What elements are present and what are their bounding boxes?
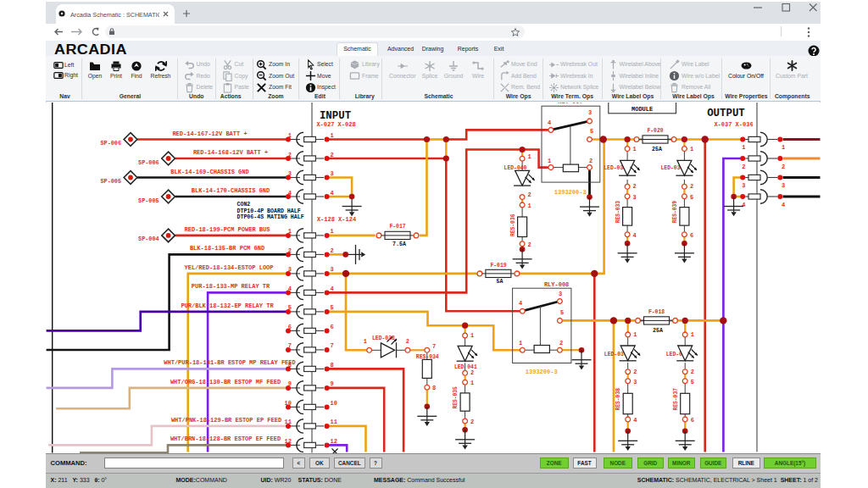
svg-text:RED-14-168-12V BATT +: RED-14-168-12V BATT +: [193, 149, 268, 156]
svg-text:11: 11: [331, 419, 337, 425]
svg-text:3: 3: [288, 170, 292, 177]
svg-text:RED-14-167-12V BATT +: RED-14-167-12V BATT +: [172, 130, 247, 137]
svg-text:2: 2: [528, 191, 531, 198]
svg-text:6: 6: [331, 324, 334, 330]
svg-text:2: 2: [690, 183, 693, 190]
svg-text:4: 4: [288, 190, 292, 197]
svg-text:5: 5: [691, 379, 694, 385]
svg-text:1: 1: [288, 228, 292, 235]
svg-text:RED-18-199-PCM POWER BUS: RED-18-199-PCM POWER BUS: [185, 226, 270, 233]
svg-text:WHT/BRN-18-128-BR ESTOP EF FEE: WHT/BRN-18-128-BR ESTOP EF FEED: [170, 435, 281, 442]
svg-text:7: 7: [288, 342, 292, 349]
svg-text:2: 2: [559, 340, 563, 347]
svg-text:2: 2: [331, 152, 334, 158]
svg-text:SP-005: SP-005: [138, 197, 159, 204]
svg-text:7: 7: [432, 343, 436, 350]
svg-text:25A: 25A: [652, 147, 662, 152]
svg-text:F-019: F-019: [490, 263, 506, 269]
svg-text:F-017: F-017: [389, 224, 405, 230]
svg-text:8: 8: [288, 362, 292, 369]
svg-text:6: 6: [691, 417, 694, 424]
svg-text:1: 1: [633, 331, 637, 338]
svg-text:1: 1: [364, 338, 367, 345]
svg-text:1: 1: [528, 202, 531, 209]
svg-text:RES-034: RES-034: [416, 354, 439, 360]
svg-text:1: 1: [528, 153, 531, 160]
svg-text:MODULE: MODULE: [632, 106, 653, 113]
svg-text:9: 9: [288, 380, 292, 387]
svg-text:BLK-18-135-BR PCM GND: BLK-18-135-BR PCM GND: [190, 245, 264, 252]
svg-text:RES-036: RES-036: [510, 214, 516, 236]
svg-text:CON2: CON2: [237, 202, 251, 208]
svg-text:4: 4: [331, 286, 334, 292]
svg-text:2: 2: [470, 419, 474, 425]
svg-text:RLY-007: RLY-007: [558, 103, 582, 105]
svg-text:1: 1: [742, 144, 745, 151]
svg-text:4: 4: [782, 202, 785, 208]
svg-text:5: 5: [690, 194, 693, 201]
svg-text:INPUT: INPUT: [320, 110, 352, 122]
svg-text:1: 1: [691, 331, 694, 338]
svg-text:RES-039: RES-039: [672, 201, 678, 224]
svg-text:10: 10: [285, 400, 292, 407]
svg-text:2: 2: [331, 247, 334, 254]
svg-text:RLY-008: RLY-008: [544, 281, 569, 288]
svg-text:1: 1: [782, 144, 785, 151]
svg-text:RES-038: RES-038: [615, 388, 621, 411]
svg-text:2: 2: [742, 164, 745, 170]
svg-text:3: 3: [782, 182, 785, 189]
svg-text:7.5A: 7.5A: [392, 241, 406, 247]
svg-text:2: 2: [633, 369, 637, 375]
svg-text:2: 2: [782, 164, 785, 170]
svg-text:PUR-18-133-MP RELAY TR: PUR-18-133-MP RELAY TR: [192, 283, 270, 290]
svg-text:RES-035: RES-035: [453, 386, 459, 409]
svg-text:3: 3: [559, 291, 562, 297]
svg-text:F-018: F-018: [648, 309, 665, 315]
svg-text:X-027 X-028: X-027 X-028: [316, 121, 355, 128]
svg-text:2: 2: [589, 158, 593, 164]
svg-text:7: 7: [331, 342, 334, 349]
svg-text:1: 1: [331, 228, 334, 235]
svg-text:3: 3: [288, 266, 292, 273]
svg-text:4: 4: [519, 300, 522, 307]
svg-text:4: 4: [288, 286, 292, 292]
svg-text:5: 5: [560, 309, 564, 316]
svg-text:WHT/PNK-18-129-BR ESTOP EP FEE: WHT/PNK-18-129-BR ESTOP EP FEED: [171, 417, 281, 424]
svg-text:3: 3: [588, 109, 592, 116]
svg-text:2: 2: [691, 369, 694, 375]
svg-text:1: 1: [288, 132, 292, 139]
svg-text:3: 3: [331, 170, 334, 177]
svg-text:4: 4: [633, 417, 637, 424]
svg-text:1393200-3: 1393200-3: [526, 369, 558, 375]
svg-text:8: 8: [432, 385, 436, 391]
svg-text:SP-006: SP-006: [138, 159, 159, 166]
svg-text:2: 2: [470, 369, 474, 376]
svg-text:PUR/BLK-18-132-EP RELAY TR: PUR/BLK-18-132-EP RELAY TR: [181, 302, 274, 309]
svg-text:1: 1: [470, 332, 474, 339]
svg-text:1: 1: [331, 132, 334, 139]
svg-text:F-020: F-020: [647, 128, 663, 134]
svg-text:2: 2: [633, 183, 637, 190]
svg-text:4: 4: [633, 232, 637, 239]
svg-text:11: 11: [285, 419, 292, 425]
svg-text:WHT/ORG-18-130-BR ESTOP MF FEE: WHT/ORG-18-130-BR ESTOP MF FEED: [170, 379, 281, 385]
svg-text:RES-037: RES-037: [673, 388, 679, 411]
svg-text:5A: 5A: [497, 279, 504, 285]
svg-text:OUTPUT: OUTPUT: [707, 108, 745, 119]
svg-text:4: 4: [331, 190, 334, 197]
svg-text:1: 1: [633, 146, 637, 152]
svg-text:X-037 X-036: X-037 X-036: [714, 121, 753, 128]
svg-text:5: 5: [331, 304, 334, 311]
svg-text:10: 10: [331, 400, 337, 407]
svg-text:1393200-3: 1393200-3: [554, 189, 587, 196]
svg-text:1: 1: [548, 158, 551, 164]
svg-text:12: 12: [331, 438, 337, 445]
svg-text:2: 2: [528, 241, 531, 248]
svg-text:3: 3: [331, 266, 334, 273]
svg-text:9: 9: [331, 380, 334, 387]
svg-text:4: 4: [742, 202, 745, 208]
svg-text:12: 12: [285, 438, 292, 445]
svg-text:SP-005: SP-005: [101, 178, 121, 185]
svg-text:8: 8: [331, 362, 334, 369]
svg-text:1: 1: [519, 340, 522, 347]
